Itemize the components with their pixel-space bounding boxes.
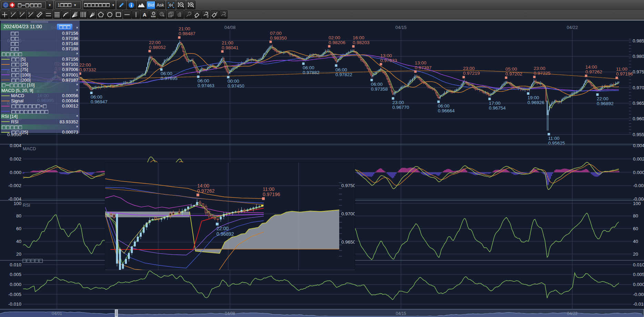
svg-text:22:00: 22:00 (597, 96, 608, 101)
svg-text:0.97397: 0.97397 (415, 65, 432, 70)
svg-text:06:00: 06:00 (438, 103, 450, 109)
svg-text:80: 80 (633, 213, 638, 218)
svg-text:0.98041: 0.98041 (222, 45, 239, 50)
svg-text:100: 100 (633, 201, 641, 206)
svg-text:06:00: 06:00 (335, 67, 347, 72)
svg-text:-0.005: -0.005 (633, 292, 644, 297)
svg-text:0.96754: 0.96754 (489, 105, 506, 111)
svg-text:04/22: 04/22 (567, 25, 578, 30)
svg-text:0.9750: 0.9750 (341, 183, 355, 188)
svg-text:0.004: 0.004 (10, 143, 21, 148)
svg-text:0.004: 0.004 (633, 143, 644, 148)
svg-text:17:00: 17:00 (489, 101, 501, 106)
svg-text:23:00: 23:00 (534, 66, 545, 71)
svg-text:0.97332: 0.97332 (79, 67, 96, 72)
svg-text:0.9700: 0.9700 (341, 211, 355, 216)
svg-text:80: 80 (16, 213, 21, 218)
svg-text:2: 2 (20, 12, 21, 14)
svg-text:22:00: 22:00 (149, 40, 161, 45)
svg-text:05:00: 05:00 (505, 67, 517, 72)
svg-text:23:00: 23:00 (392, 100, 404, 105)
svg-text:07:00: 07:00 (270, 31, 282, 36)
svg-text:0.98203: 0.98203 (353, 40, 370, 45)
svg-text:0.95625: 0.95625 (548, 141, 565, 146)
svg-text:23:00: 23:00 (463, 66, 475, 71)
svg-text:0.97633: 0.97633 (380, 58, 397, 63)
svg-text:0.9700: 0.9700 (633, 85, 644, 90)
svg-text:0.9550: 0.9550 (633, 132, 644, 137)
svg-text:22:00: 22:00 (79, 62, 91, 68)
svg-text:16:00: 16:00 (353, 35, 364, 40)
svg-text:11:00: 11:00 (548, 136, 560, 141)
svg-text:0.9800: 0.9800 (633, 54, 644, 59)
svg-text:-0.002: -0.002 (633, 183, 644, 188)
svg-text:-0.002: -0.002 (8, 183, 21, 188)
svg-text:0.97225: 0.97225 (534, 71, 551, 76)
svg-text:1: 1 (11, 12, 12, 14)
svg-text:0.97822: 0.97822 (335, 72, 352, 77)
svg-text:04/08: 04/08 (224, 25, 236, 30)
svg-text:0.9600: 0.9600 (633, 116, 644, 121)
svg-text:14:00: 14:00 (585, 64, 597, 70)
svg-text:60: 60 (633, 226, 638, 231)
svg-text:0.97196: 0.97196 (616, 71, 633, 76)
svg-text:0.97219: 0.97219 (463, 71, 480, 76)
svg-text:MACD: MACD (23, 146, 36, 151)
svg-text:0.010: 0.010 (633, 262, 644, 267)
svg-text:06:00: 06:00 (161, 71, 172, 76)
svg-text:04/15: 04/15 (395, 25, 407, 30)
svg-text:0.000: 0.000 (633, 170, 644, 175)
svg-text:100: 100 (13, 201, 21, 206)
svg-text:0.96770: 0.96770 (392, 105, 409, 110)
svg-text:0.9850: 0.9850 (633, 38, 644, 43)
svg-text:0.010: 0.010 (10, 262, 21, 267)
svg-text:06:00: 06:00 (303, 65, 314, 70)
svg-text:0.97262: 0.97262 (197, 188, 215, 194)
svg-text:11:00: 11:00 (616, 67, 627, 72)
svg-text:40: 40 (633, 239, 638, 244)
svg-text:0.9750: 0.9750 (633, 69, 644, 74)
svg-text:06:00: 06:00 (371, 82, 383, 87)
svg-text:20: 20 (633, 252, 638, 257)
svg-text:0.98487: 0.98487 (179, 31, 195, 36)
svg-text:RSI: RSI (23, 203, 30, 208)
svg-text:13:00: 13:00 (415, 60, 426, 65)
svg-text:13:00: 13:00 (380, 53, 392, 58)
svg-text:0.97882: 0.97882 (303, 70, 320, 75)
svg-text:0.98206: 0.98206 (329, 40, 345, 45)
svg-text:21:00: 21:00 (179, 26, 190, 31)
svg-text:0.97202: 0.97202 (505, 71, 522, 76)
svg-text:22:00: 22:00 (217, 226, 229, 231)
svg-text:0.96926: 0.96926 (527, 100, 544, 105)
svg-text:0.000: 0.000 (10, 282, 21, 287)
svg-text:0.002: 0.002 (633, 156, 644, 162)
svg-text:00:00: 00:00 (228, 79, 239, 84)
svg-text:0.9650: 0.9650 (341, 239, 355, 245)
svg-text:0.97196: 0.97196 (263, 192, 280, 197)
svg-text:0.97262: 0.97262 (585, 69, 602, 74)
svg-text:40: 40 (16, 239, 21, 244)
svg-text:0.005: 0.005 (633, 272, 644, 277)
svg-text:02:00: 02:00 (329, 35, 340, 40)
svg-text:-0.005: -0.005 (8, 292, 21, 297)
svg-text:0.96664: 0.96664 (438, 108, 455, 113)
svg-text:0.000: 0.000 (633, 282, 644, 287)
svg-text:19:00: 19:00 (527, 95, 539, 100)
svg-text:0.000: 0.000 (10, 170, 21, 175)
svg-text:3: 3 (28, 12, 30, 14)
svg-text:21:00: 21:00 (222, 40, 233, 45)
svg-text:60: 60 (16, 226, 21, 231)
svg-text:-0.010: -0.010 (633, 301, 644, 307)
svg-text:0.96947: 0.96947 (91, 99, 108, 104)
svg-text:0.98052: 0.98052 (149, 45, 166, 50)
svg-text:06:00: 06:00 (91, 94, 102, 100)
svg-text:0.96892: 0.96892 (597, 101, 614, 106)
svg-text:0.005: 0.005 (10, 272, 21, 277)
svg-text:0.96892: 0.96892 (217, 231, 234, 237)
svg-text:0.97463: 0.97463 (198, 83, 214, 88)
svg-text:04/01: 04/01 (52, 311, 62, 316)
svg-text:14:00: 14:00 (197, 183, 209, 188)
svg-text:06:00: 06:00 (198, 78, 209, 83)
svg-text:11:00: 11:00 (263, 186, 274, 192)
svg-text:0.002: 0.002 (10, 156, 21, 162)
